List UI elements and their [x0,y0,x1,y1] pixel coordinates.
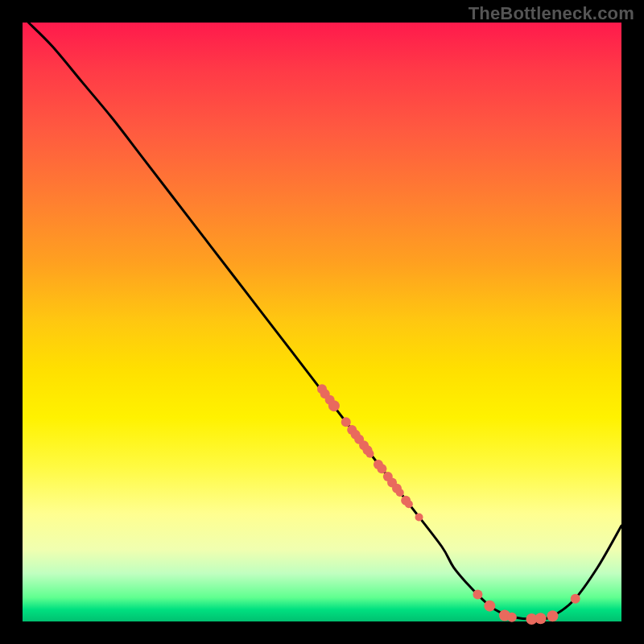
marker-group [317,384,580,625]
data-marker [328,400,340,411]
data-marker [415,514,423,522]
data-marker [507,613,517,622]
chart-frame: TheBottleneck.com [0,0,644,644]
data-marker [377,464,386,473]
bottleneck-curve [28,23,621,619]
watermark-text: TheBottleneck.com [469,3,634,24]
curve-layer [23,23,621,621]
data-marker [547,610,558,621]
data-marker [571,594,580,604]
data-marker [396,489,404,497]
plot-area [23,23,621,621]
data-marker [366,450,374,458]
data-marker [341,417,351,427]
data-marker [405,500,413,508]
data-marker [484,601,495,612]
data-marker [473,590,482,600]
data-marker [535,613,547,624]
